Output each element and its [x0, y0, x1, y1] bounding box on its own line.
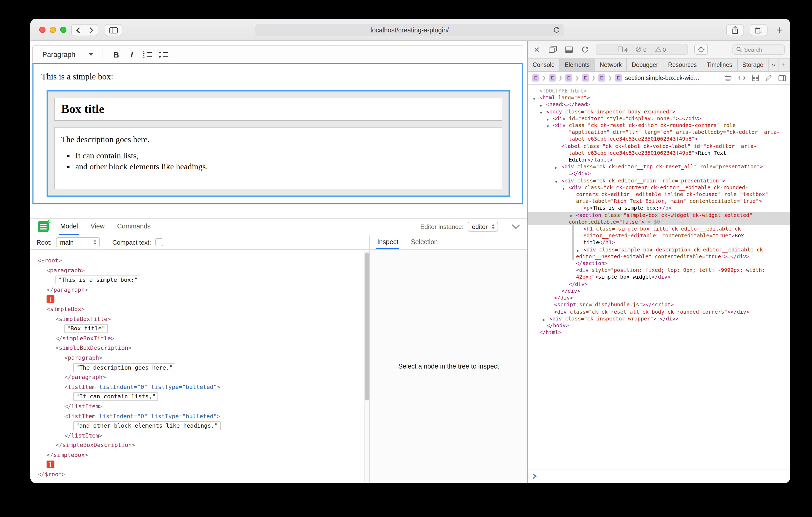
devtools-tab-debugger[interactable]: Debugger [627, 59, 663, 71]
inspector-tab-inspect[interactable]: Inspect [376, 235, 400, 249]
selected-node-selector[interactable]: section.simple-box.ck-wid… [625, 75, 699, 81]
dom-tree-line[interactable]: label_e63cbbfece34c53ce23501062343f49b8"… [528, 150, 790, 156]
model-tree-line[interactable]: <simpleBox> [30, 305, 369, 314]
devtools-tab-resources[interactable]: Resources [663, 59, 702, 71]
dom-tree-line[interactable]: </body> [528, 322, 790, 329]
box-title-heading[interactable]: Box title [61, 102, 495, 116]
model-tree-line[interactable]: <listItem listIndent="0" listType="bulle… [30, 383, 369, 392]
compact-text-checkbox[interactable] [155, 238, 163, 246]
share-button[interactable] [726, 24, 744, 36]
devtools-tab-console[interactable]: Console [528, 59, 560, 71]
model-tree-scrollbar[interactable] [364, 250, 369, 483]
new-tab-button[interactable] [773, 24, 785, 36]
dom-tree-line[interactable]: editor__nested-editable" contenteditable… [528, 253, 790, 260]
dom-tree-line[interactable]: <div style="position: fixed; top: 0px; l… [528, 267, 790, 274]
simple-box-description[interactable]: The description goes here. It can contai… [54, 127, 502, 189]
dom-tree-line[interactable]: ▶<div id="editor" style="display: none;"… [528, 115, 790, 122]
dom-tree-line[interactable]: ▶<div class="ck-inspector-wrapper">…</di… [528, 315, 790, 322]
add-tab-button[interactable]: + [779, 59, 789, 71]
dom-tree-line[interactable]: </div> [528, 287, 790, 294]
model-tree-line[interactable]: <listItem listIndent="0" listType="bulle… [30, 412, 369, 421]
dom-tree-line[interactable]: title</h1> [528, 239, 790, 246]
reload-page-button[interactable] [581, 46, 588, 53]
numbered-list-button[interactable]: 1.2. [140, 48, 155, 61]
model-tree-line[interactable]: "It can contain lists," [30, 392, 369, 402]
details-sidebar-button[interactable] [779, 75, 786, 81]
dom-tree-line[interactable]: <!DOCTYPE html> [528, 87, 790, 94]
dom-tree-line[interactable]: ▼<div class="ck ck-content ck-editor__ed… [528, 184, 790, 191]
quick-console[interactable] [528, 469, 790, 483]
devtools-tab-storage[interactable]: Storage [737, 59, 768, 71]
resource-count[interactable]: 4 [618, 46, 628, 53]
dom-tree-line[interactable]: </div> [528, 294, 790, 301]
dom-tree-line[interactable]: ▼<div class="ck ck-reset ck-editor ck-ro… [528, 122, 790, 129]
element-crumb-icon[interactable]: E [598, 74, 605, 82]
dom-tree-line[interactable]: <h1 class="simple-box-title ck-editor__e… [528, 225, 790, 232]
element-crumb-icon[interactable]: E [565, 74, 572, 82]
issue-count[interactable]: 0 [636, 46, 646, 53]
detach-button[interactable] [549, 46, 557, 53]
inspect-element-button[interactable] [694, 44, 708, 55]
dom-tree-line[interactable]: label_e63cbbfece34c53ce23501062343f49b8"… [528, 136, 790, 143]
back-button[interactable] [72, 25, 85, 35]
element-crumb-icon[interactable]: E [532, 74, 540, 82]
print-styles-button[interactable] [725, 75, 731, 81]
model-tree-line[interactable]: [ [30, 295, 369, 305]
element-crumb-icon[interactable]: E [614, 74, 622, 82]
model-tree-line[interactable]: ] [30, 460, 369, 470]
close-inspector-button[interactable]: ✕ [532, 46, 542, 53]
element-crumb-icon[interactable]: E [582, 74, 589, 82]
dom-tree-line[interactable]: </html> [528, 329, 790, 336]
show-source-button[interactable] [738, 75, 746, 81]
tab-overview-button[interactable] [750, 24, 767, 36]
forward-button[interactable] [85, 25, 98, 35]
model-tree-line[interactable]: <paragraph> [30, 354, 369, 363]
paragraph-dropdown[interactable]: Paragraph [38, 49, 97, 60]
dom-tree-line[interactable]: </div> [528, 280, 790, 287]
dom-tree-line[interactable]: contenteditable="false"> = $0 [528, 218, 790, 225]
dom-tree-line[interactable]: Editor</label> [528, 156, 790, 163]
dom-tree-line[interactable]: corners ck-editor__editable_inline ck-fo… [528, 191, 790, 197]
grid-overlay-button[interactable] [752, 75, 759, 81]
dom-tree-line[interactable]: ▼<section class="simple-box ck-widget ck… [528, 211, 790, 218]
dom-tree-line[interactable]: ▼<html lang="en"> [528, 94, 790, 101]
dom-tree-line[interactable]: <script src="dist/bundle.js"></script> [528, 301, 790, 308]
editor-instance-select[interactable]: editor [468, 222, 498, 232]
dom-tree-line[interactable]: ▼<div class="ck ck-editor__main" role="p… [528, 177, 790, 184]
devtools-tab-timelines[interactable]: Timelines [702, 59, 738, 71]
simple-box-widget[interactable]: Box title The description goes here. It … [47, 90, 510, 197]
close-window-button[interactable] [39, 27, 46, 33]
dom-tree-line[interactable]: <label class="ck ck-label ck-voice-label… [528, 143, 790, 149]
intro-paragraph[interactable]: This is a simple box: [41, 71, 514, 82]
zoom-window-button[interactable] [60, 27, 66, 33]
model-tree-line[interactable]: <simpleBoxDescription> [30, 344, 369, 354]
inspector-tab-model[interactable]: Model [59, 218, 79, 235]
dom-tree-line[interactable]: "application" dir="ltr" lang="en" aria-l… [528, 129, 790, 135]
model-tree-line[interactable]: </paragraph> [30, 285, 369, 295]
dom-tree-line[interactable]: </section> [528, 260, 790, 267]
dom-tree-line[interactable]: ▶<head>…</head> [528, 101, 790, 108]
model-tree-line[interactable]: "Box title" [30, 324, 369, 334]
address-bar[interactable]: localhost/creating-a-plugin/ [255, 24, 564, 36]
root-select[interactable]: main [56, 237, 100, 247]
dom-tree-line[interactable]: aria-label="Rich Text Editor, main" cont… [528, 198, 790, 205]
dom-tree-line[interactable]: editor__nested-editable" contenteditable… [528, 232, 790, 239]
devtools-tab-network[interactable]: Network [595, 59, 627, 71]
scrollbar-thumb[interactable] [365, 252, 369, 400]
model-tree-line[interactable]: <$root> [30, 256, 369, 266]
bold-button[interactable]: B [108, 48, 124, 61]
model-tree-line[interactable]: </listItem> [30, 402, 369, 412]
model-tree-line[interactable]: </simpleBoxDescription> [30, 441, 369, 451]
model-tree-line[interactable]: </paragraph> [30, 373, 369, 383]
edit-button[interactable] [765, 75, 772, 81]
description-paragraph[interactable]: The description goes here. [61, 135, 495, 144]
element-crumb-icon[interactable]: E [549, 74, 556, 82]
settings-button[interactable] [789, 59, 790, 71]
dom-tree-line[interactable]: <div class="ck ck-reset_all ck-body ck-r… [528, 308, 790, 315]
dom-tree-line[interactable]: <p>This is a simple box:</p> [528, 205, 790, 211]
dom-tree-line[interactable]: ▼<body class="ck-inspector-body-expanded… [528, 108, 790, 115]
dom-tree-line[interactable]: 42px;">simple box widget</div> [528, 274, 790, 280]
model-tree-line[interactable]: </listItem> [30, 431, 369, 441]
inspector-tab-commands[interactable]: Commands [116, 218, 152, 235]
model-tree-line[interactable]: "and other block elements like headings.… [30, 421, 369, 431]
